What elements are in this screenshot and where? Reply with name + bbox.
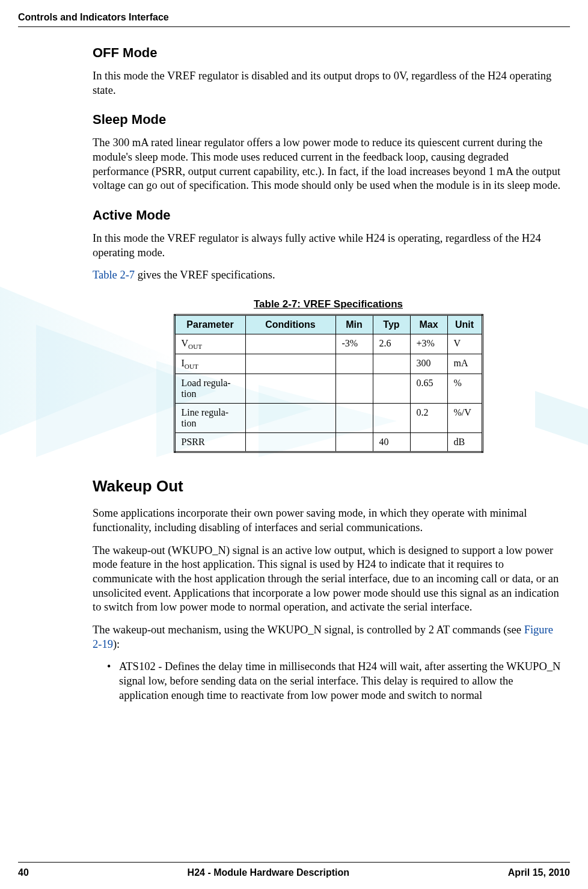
paragraph-wakeup-1: Some applications incorporate their own … <box>93 506 564 535</box>
cell-max <box>410 433 447 452</box>
cell-min <box>335 433 373 452</box>
th-unit: Unit <box>447 315 482 334</box>
table-row: PSRR40dB <box>174 433 482 452</box>
cell-conditions <box>245 433 335 452</box>
page-number: 40 <box>18 867 29 878</box>
running-header: Controls and Indicators Interface <box>18 12 570 23</box>
cell-min <box>335 354 373 374</box>
footer-center: H24 - Module Hardware Description <box>188 867 349 878</box>
cell-typ <box>373 354 410 374</box>
table-row: Line regula-tion0.2%/V <box>174 404 482 433</box>
cell-parameter: PSRR <box>174 433 245 452</box>
heading-wakeup-out: Wakeup Out <box>93 477 564 496</box>
cell-min: -3% <box>335 334 373 354</box>
th-conditions: Conditions <box>245 315 335 334</box>
cell-unit: %/V <box>447 404 482 433</box>
heading-off-mode: OFF Mode <box>93 45 564 61</box>
cell-typ <box>373 374 410 404</box>
list-item: ATS102 - Defines the delay time in milli… <box>107 660 564 703</box>
paragraph-active-mode-1: In this mode the VREF regulator is alway… <box>93 232 564 260</box>
paragraph-off-mode: In this mode the VREF regulator is disab… <box>93 69 564 97</box>
content-column: OFF Mode In this mode the VREF regulator… <box>93 45 564 703</box>
cell-min <box>335 404 373 433</box>
bullet-list: ATS102 - Defines the delay time in milli… <box>107 660 564 703</box>
cell-unit: V <box>447 334 482 354</box>
cell-max: +3% <box>410 334 447 354</box>
th-max: Max <box>410 315 447 334</box>
footer-rule <box>18 862 570 863</box>
table-caption: Table 2-7: VREF Specifications <box>93 298 564 310</box>
cell-conditions <box>245 354 335 374</box>
paragraph-wakeup-3: The wakeup-out mechanism, using the WKUP… <box>93 623 564 651</box>
vref-specifications-table: Parameter Conditions Min Typ Max Unit VO… <box>174 314 483 453</box>
paragraph-sleep-mode: The 300 mA rated linear regulator offers… <box>93 136 564 193</box>
heading-active-mode: Active Mode <box>93 208 564 223</box>
text-before-xref-fig: The wakeup-out mechanism, using the WKUP… <box>93 624 524 636</box>
cell-typ: 40 <box>373 433 410 452</box>
paragraph-active-mode-2: Table 2-7 gives the VREF specifications. <box>93 268 564 283</box>
cell-max: 0.65 <box>410 374 447 404</box>
cell-parameter: Line regula-tion <box>174 404 245 433</box>
cell-conditions <box>245 334 335 354</box>
cell-conditions <box>245 374 335 404</box>
cell-parameter: Load regula-tion <box>174 374 245 404</box>
heading-sleep-mode: Sleep Mode <box>93 112 564 128</box>
text-after-xref-fig: ): <box>113 638 120 650</box>
paragraph-wakeup-2: The wakeup-out (WKUPO_N) signal is an ac… <box>93 544 564 615</box>
cell-parameter: IOUT <box>174 354 245 374</box>
cell-min <box>335 374 373 404</box>
cell-typ <box>373 404 410 433</box>
th-parameter: Parameter <box>174 315 245 334</box>
header-rule <box>18 26 570 27</box>
table-row: IOUT300mA <box>174 354 482 374</box>
th-typ: Typ <box>373 315 410 334</box>
cell-conditions <box>245 404 335 433</box>
page-footer: 40 H24 - Module Hardware Description Apr… <box>0 862 588 878</box>
text-after-xref: gives the VREF specifications. <box>135 269 275 281</box>
cell-typ: 2.6 <box>373 334 410 354</box>
footer-date: April 15, 2010 <box>508 867 570 878</box>
cell-unit: mA <box>447 354 482 374</box>
table-row: Load regula-tion0.65% <box>174 374 482 404</box>
cell-unit: dB <box>447 433 482 452</box>
cell-unit: % <box>447 374 482 404</box>
cell-max: 0.2 <box>410 404 447 433</box>
table-header-row: Parameter Conditions Min Typ Max Unit <box>174 315 482 334</box>
cell-parameter: VOUT <box>174 334 245 354</box>
th-min: Min <box>335 315 373 334</box>
cell-max: 300 <box>410 354 447 374</box>
table-row: VOUT-3%2.6+3%V <box>174 334 482 354</box>
xref-table-2-7[interactable]: Table 2-7 <box>93 269 135 281</box>
